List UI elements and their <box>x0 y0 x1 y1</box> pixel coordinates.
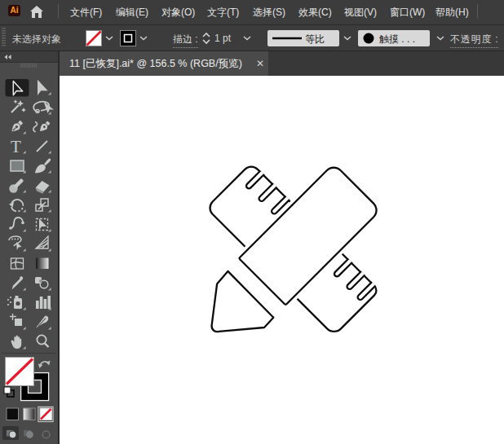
svg-text:T: T <box>11 137 21 156</box>
